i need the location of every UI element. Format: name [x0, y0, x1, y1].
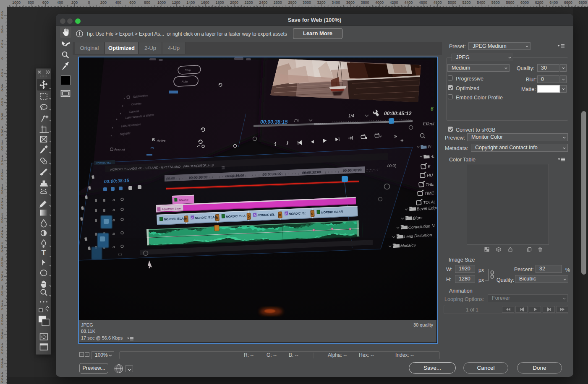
- svg-text:T: T: [42, 249, 46, 257]
